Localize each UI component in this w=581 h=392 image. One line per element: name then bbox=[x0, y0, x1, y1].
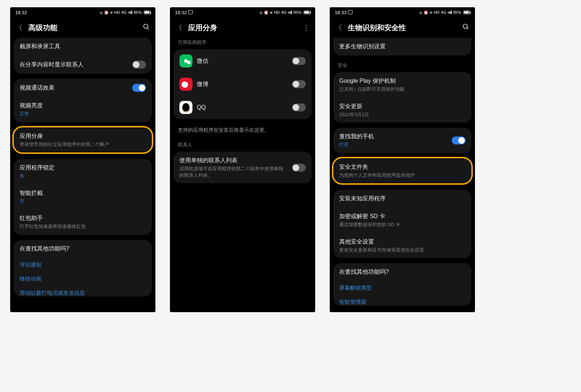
qq-icon bbox=[179, 101, 192, 114]
search-icon[interactable] bbox=[142, 23, 150, 32]
row-title: QQ bbox=[197, 104, 288, 111]
link-smart-manager[interactable]: 智能管理器 bbox=[333, 295, 471, 306]
battery-text: 85% bbox=[293, 10, 301, 15]
header: 〈 高级功能 bbox=[10, 17, 155, 38]
hd-icon: HD bbox=[434, 10, 439, 15]
row-sub: 更改安全更新和证书存储等其他安全设置 bbox=[339, 247, 466, 253]
status-time: 16:32 bbox=[175, 10, 193, 15]
row-video-call[interactable]: 视频通话效果 bbox=[14, 79, 152, 97]
toggle-video-call[interactable] bbox=[132, 84, 146, 92]
network-icon: 4G bbox=[281, 10, 287, 15]
phone-biometrics-security: 16:33 ◎ ⏰ ⊚ HD 4G 85% 〈 生物识别和安全性 更多生物识别设… bbox=[330, 7, 475, 312]
highlighted-secure-folder[interactable]: 安全文件夹 为您的个人文件和应用程序提供保护 bbox=[332, 157, 473, 185]
section-contacts: 联系人 bbox=[170, 140, 315, 152]
row-title: 在查找其他功能吗? bbox=[339, 268, 466, 276]
page-title: 应用分身 bbox=[188, 23, 296, 33]
header: 〈 应用分身 ⋮ bbox=[170, 17, 315, 38]
toggle-wechat[interactable] bbox=[292, 57, 306, 65]
row-redpacket[interactable]: 红包助手 打开红包加速器将加速接收红包 bbox=[14, 209, 152, 235]
row-title: 微信 bbox=[197, 57, 288, 65]
nfc-icon: ◎ bbox=[100, 10, 102, 15]
row-find-my-phone[interactable]: 查找我的手机 打开 bbox=[333, 128, 471, 153]
link-floating-notification[interactable]: 浮动通知 bbox=[14, 258, 152, 272]
statusbar: 16:32 ◎ ⏰ ⊚ HD 4G 85% bbox=[170, 7, 315, 17]
row-sub: 关 bbox=[20, 173, 146, 179]
battery-icon bbox=[144, 11, 150, 14]
svg-point-0 bbox=[144, 24, 148, 28]
row-qq[interactable]: QQ bbox=[174, 96, 312, 119]
toggle-weibo[interactable] bbox=[292, 80, 306, 88]
row-title: 加密或解密 SD 卡 bbox=[339, 213, 466, 220]
alarm-icon: ⏰ bbox=[423, 10, 428, 15]
nfc-icon: ◎ bbox=[260, 10, 262, 15]
back-icon[interactable]: 〈 bbox=[335, 23, 342, 33]
wifi-icon: ⊚ bbox=[430, 10, 432, 15]
row-sub: 通过加密数据保护您的 SD 卡 bbox=[339, 221, 466, 228]
row-search-other: 在查找其他功能吗? bbox=[333, 263, 471, 281]
alarm-icon: ⏰ bbox=[104, 10, 109, 15]
page-title: 生物识别和安全性 bbox=[348, 23, 456, 33]
row-install-unknown[interactable]: 安装未知应用程序 bbox=[333, 190, 471, 208]
row-search-other: 在查找其他功能吗? bbox=[14, 240, 152, 258]
row-video-brightness[interactable]: 视频亮度 正常 bbox=[14, 97, 152, 122]
row-separate-contacts[interactable]: 使用单独的联系人列表 启用此选项可在应用程序的第二个副本中使用单独的联系人列表。 bbox=[174, 152, 312, 183]
row-weibo[interactable]: 微博 bbox=[174, 73, 312, 96]
link-unlock-type[interactable]: 屏幕解锁类型 bbox=[333, 281, 471, 295]
phone-advanced-features: 16:32 ◎ ⏰ ⊚ HD 4G 85% 〈 高级功能 截屏和录屏工具 在分享… bbox=[10, 7, 155, 312]
toggle-qq[interactable] bbox=[292, 103, 306, 111]
row-title: 在分享内容时显示联系人 bbox=[20, 61, 128, 69]
row-title: 使用单独的联系人列表 bbox=[179, 157, 288, 164]
section-security: 安全 bbox=[330, 61, 475, 72]
toggle-share-contacts[interactable] bbox=[132, 61, 146, 69]
more-icon[interactable]: ⋮ bbox=[302, 24, 310, 32]
wifi-icon: ⊚ bbox=[270, 10, 273, 15]
camera-icon bbox=[188, 10, 193, 15]
signal-icon bbox=[128, 11, 132, 14]
row-sub: 2022年3月1日 bbox=[339, 111, 466, 118]
row-title: 截屏和录屏工具 bbox=[20, 43, 146, 50]
toggle-find-phone[interactable] bbox=[452, 136, 466, 144]
signal-icon bbox=[288, 11, 292, 14]
hd-icon: HD bbox=[114, 10, 120, 15]
battery-icon bbox=[463, 11, 470, 14]
svg-point-2 bbox=[463, 24, 468, 28]
link-swipe-call[interactable]: 滑动以拨打电话或发送信息 bbox=[14, 286, 152, 297]
camera-icon bbox=[348, 10, 353, 15]
row-screenshot-tools[interactable]: 截屏和录屏工具 bbox=[14, 38, 152, 56]
row-title: Google Play 保护机制 bbox=[339, 77, 466, 85]
battery-icon bbox=[304, 11, 310, 14]
battery-text: 85% bbox=[134, 10, 142, 15]
search-icon[interactable] bbox=[462, 23, 470, 32]
row-share-contacts[interactable]: 在分享内容时显示联系人 bbox=[14, 56, 152, 74]
status-time: 16:32 bbox=[15, 10, 27, 15]
row-title: 智能拦截 bbox=[20, 189, 146, 197]
back-icon[interactable]: 〈 bbox=[175, 23, 182, 33]
row-security-update[interactable]: 安全更新 2022年3月1日 bbox=[333, 98, 471, 123]
row-sub: 打开 bbox=[339, 142, 447, 148]
row-encrypt-sd[interactable]: 加密或解密 SD 卡 通过加密数据保护您的 SD 卡 bbox=[333, 208, 471, 233]
row-smart-block[interactable]: 智能拦截 开 bbox=[14, 184, 152, 210]
status-icons: ◎ ⏰ ⊚ HD 4G 85% bbox=[260, 10, 310, 15]
row-play-protect[interactable]: Google Play 保护机制 已关闭 / 点按即可开启保护功能 bbox=[333, 72, 471, 98]
hint-install: 支持的应用程序在安装后将显示在这里。 bbox=[170, 124, 315, 140]
row-title: 其他安全设置 bbox=[339, 238, 466, 246]
nfc-icon: ◎ bbox=[419, 10, 422, 15]
row-title: 视频亮度 bbox=[20, 102, 146, 110]
row-sub: 已关闭 / 点按即可开启保护功能 bbox=[339, 86, 466, 93]
row-title: 微博 bbox=[197, 81, 288, 88]
signal-icon bbox=[448, 11, 452, 14]
header: 〈 生物识别和安全性 bbox=[330, 17, 475, 38]
hd-icon: HD bbox=[274, 10, 280, 15]
row-app-lock[interactable]: 应用程序锁定 关 bbox=[14, 159, 152, 184]
row-other-security[interactable]: 其他安全设置 更改安全更新和证书存储等其他安全设置 bbox=[333, 233, 471, 258]
row-more-biometrics[interactable]: 更多生物识别设置 bbox=[333, 38, 471, 56]
toggle-separate-contacts[interactable] bbox=[292, 164, 306, 172]
statusbar: 16:33 ◎ ⏰ ⊚ HD 4G 85% bbox=[330, 7, 475, 17]
highlighted-dual-app[interactable]: 应用分身 登录您常用的社交应用程序中的第二个帐户 bbox=[12, 126, 153, 154]
content: 更多生物识别设置 安全 Google Play 保护机制 已关闭 / 点按即可开… bbox=[330, 38, 475, 312]
row-title: 安全更新 bbox=[339, 103, 466, 110]
row-wechat[interactable]: 微信 bbox=[174, 49, 312, 73]
battery-text: 85% bbox=[453, 10, 461, 15]
link-remove-animation[interactable]: 移除动画 bbox=[14, 272, 152, 286]
back-icon[interactable]: 〈 bbox=[15, 23, 23, 33]
